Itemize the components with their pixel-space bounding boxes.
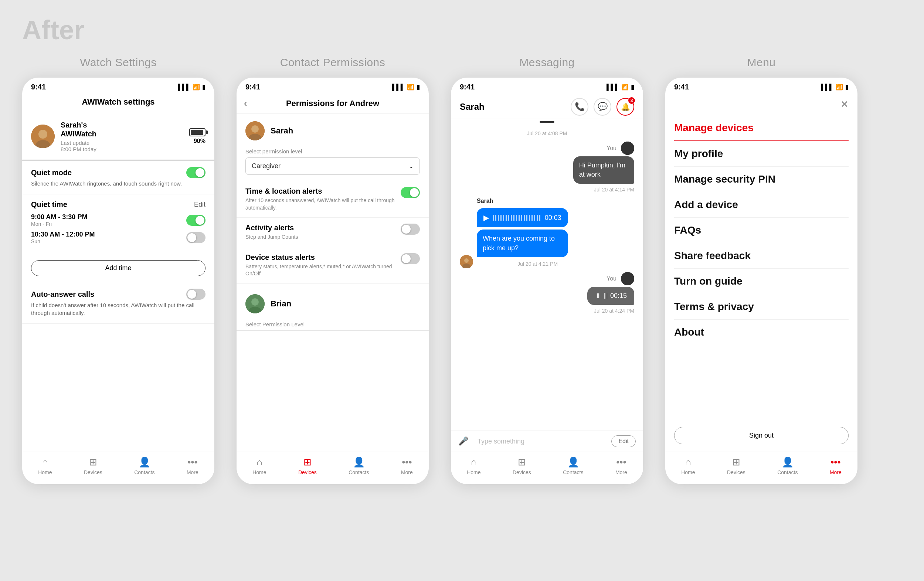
contacts-icon-2: 👤 bbox=[353, 456, 365, 468]
quiet-mode-title: Quiet mode bbox=[31, 168, 72, 177]
activity-alerts-toggle[interactable] bbox=[401, 224, 420, 235]
message-input[interactable]: Type something bbox=[477, 437, 607, 446]
device-status-desc: Battery status, temperature alerts,* mut… bbox=[246, 263, 396, 277]
more-icon-1: ••• bbox=[187, 456, 197, 468]
home-icon-4: ⌂ bbox=[685, 456, 691, 468]
nav-more-label-4: More bbox=[830, 469, 842, 475]
nav-more-3[interactable]: ••• More bbox=[615, 456, 627, 475]
mic-icon[interactable]: 🎤 bbox=[458, 436, 468, 446]
add-time-button[interactable]: Add time bbox=[31, 260, 206, 276]
time-slot-2-toggle[interactable] bbox=[186, 232, 206, 243]
time-slot-2: 10:30 AM - 12:00 PM Sun bbox=[31, 231, 206, 244]
screen-contact-permissions: Contact Permissions 9:41 ▌▌▌ 📶 ▮ ‹ Permi… bbox=[236, 56, 429, 484]
nav-contacts-2[interactable]: 👤 Contacts bbox=[348, 456, 369, 475]
activity-alerts-info: Activity alerts Step and Jump Counts bbox=[246, 224, 396, 241]
time-location-row: Time & location alerts After 10 seconds … bbox=[236, 181, 429, 218]
perm-level2-label: Select Permission Level bbox=[246, 321, 420, 327]
menu-item-manage-devices[interactable]: Manage devices bbox=[674, 115, 849, 141]
brian-avatar bbox=[246, 294, 265, 314]
toggle-knob-1 bbox=[196, 168, 205, 177]
time-slot-2-info: 10:30 AM - 12:00 PM Sun bbox=[31, 231, 95, 244]
audio-bubble-3[interactable]: ⏸ 00:15 bbox=[587, 287, 634, 305]
quiet-mode-toggle[interactable] bbox=[186, 167, 206, 178]
quiet-time-edit[interactable]: Edit bbox=[194, 201, 206, 208]
nav-devices-label-3: Devices bbox=[513, 469, 531, 475]
quiet-mode-desc: Silence the AWIWatch ringtones, and touc… bbox=[31, 180, 206, 187]
nav-contacts-1[interactable]: 👤 Contacts bbox=[134, 456, 155, 475]
audio-wave-1 bbox=[493, 215, 541, 221]
menu-item-terms-privacy[interactable]: Terms & privacy bbox=[674, 294, 849, 320]
you-avatar-2 bbox=[621, 272, 634, 286]
close-button[interactable]: ✕ bbox=[840, 99, 849, 110]
edit-button[interactable]: Edit bbox=[611, 436, 636, 447]
auto-answer-title: Auto-answer calls bbox=[31, 290, 94, 299]
menu-item-faqs[interactable]: FAQs bbox=[674, 218, 849, 243]
time-slot-1-toggle[interactable] bbox=[186, 215, 206, 226]
screen-label-4: Menu bbox=[747, 56, 776, 69]
status-time-3: 9:41 bbox=[460, 83, 475, 91]
nav-contacts-4[interactable]: 👤 Contacts bbox=[777, 456, 798, 475]
svg-point-11 bbox=[464, 258, 469, 263]
wifi-icon-2: 📶 bbox=[407, 84, 414, 91]
nav-more-label-1: More bbox=[186, 469, 198, 475]
screen-label-2: Contact Permissions bbox=[280, 56, 386, 69]
nav-home-1[interactable]: ⌂ Home bbox=[38, 456, 52, 475]
nav-more-4[interactable]: ••• More bbox=[830, 456, 842, 475]
toggle-knob-tl bbox=[410, 188, 419, 197]
nav-home-2[interactable]: ⌂ Home bbox=[252, 456, 266, 475]
menu-item-about[interactable]: About bbox=[674, 320, 849, 345]
time-location-info: Time & location alerts After 10 seconds … bbox=[246, 187, 396, 211]
quiet-time-label: Quiet time bbox=[31, 200, 67, 209]
sarah-avatar-1 bbox=[31, 125, 55, 148]
phone-call-button[interactable]: 📞 bbox=[571, 98, 588, 116]
battery-fill bbox=[191, 130, 203, 135]
nav-devices-1[interactable]: ⊞ Devices bbox=[84, 456, 102, 475]
time-slot-1-time: 9:00 AM - 3:30 PM bbox=[31, 213, 87, 221]
time-location-toggle[interactable] bbox=[401, 187, 420, 198]
time-location-title: Time & location alerts bbox=[246, 187, 396, 195]
signal-icon-2: ▌▌▌ bbox=[392, 84, 405, 91]
nav-home-3[interactable]: ⌂ Home bbox=[467, 456, 480, 475]
nav-devices-2[interactable]: ⊞ Devices bbox=[298, 456, 317, 475]
nav-devices-4[interactable]: ⊞ Devices bbox=[727, 456, 746, 475]
message-button[interactable]: 💬 bbox=[594, 98, 611, 116]
audio-bubble-2[interactable]: ▶ 00:03 bbox=[477, 208, 568, 227]
time-slot-1-days: Mon - Fri bbox=[31, 221, 87, 227]
svg-point-9 bbox=[621, 142, 634, 155]
auto-answer-toggle[interactable] bbox=[186, 289, 206, 300]
nav-home-4[interactable]: ⌂ Home bbox=[681, 456, 695, 475]
sarah-avatar-2 bbox=[246, 121, 265, 140]
perm-header: ‹ Permissions for Andrew bbox=[236, 94, 429, 114]
time-slot-2-days: Sun bbox=[31, 238, 95, 244]
notification-button[interactable]: 🔔 3 bbox=[617, 98, 634, 116]
nav-more-1[interactable]: ••• More bbox=[186, 456, 198, 475]
msg-bubble-2: When are you coming to pick me up? bbox=[477, 229, 568, 257]
perm-title: Permissions for Andrew bbox=[286, 99, 379, 108]
menu-item-security-pin[interactable]: Manage security PIN bbox=[674, 167, 849, 192]
battery-percent: 90% bbox=[194, 138, 206, 145]
menu-item-share-feedback[interactable]: Share feedback bbox=[674, 243, 849, 269]
activity-desc: Step and Jump Counts bbox=[246, 234, 396, 241]
battery-icon-3: ▮ bbox=[631, 84, 634, 91]
nav-devices-3[interactable]: ⊞ Devices bbox=[513, 456, 531, 475]
nav-more-2[interactable]: ••• More bbox=[401, 456, 413, 475]
permission-level-select[interactable]: Caregiver ⌄ bbox=[246, 157, 420, 175]
signal-icon-3: ▌▌▌ bbox=[607, 84, 619, 91]
menu-item-add-device[interactable]: Add a device bbox=[674, 192, 849, 218]
sign-out-button[interactable]: Sign out bbox=[674, 427, 849, 444]
quiet-time-header: Quiet time Edit bbox=[31, 200, 206, 209]
nav-contacts-label-4: Contacts bbox=[777, 469, 798, 475]
nav-contacts-3[interactable]: 👤 Contacts bbox=[563, 456, 583, 475]
msg-3-sender-label: You bbox=[607, 276, 617, 282]
device-status-toggle[interactable] bbox=[401, 253, 420, 264]
menu-item-my-profile[interactable]: My profile bbox=[674, 141, 849, 167]
msg-2-sender-label: Sarah bbox=[477, 198, 598, 205]
screens-container: Watch Settings 9:41 ▌▌▌ 📶 ▮ AWIWatch set… bbox=[22, 56, 902, 484]
input-divider bbox=[473, 436, 473, 446]
menu-item-turn-on-guide[interactable]: Turn on guide bbox=[674, 269, 849, 294]
back-button[interactable]: ‹ bbox=[244, 98, 247, 109]
screen-label-1: Watch Settings bbox=[80, 56, 157, 69]
devices-icon-3: ⊞ bbox=[518, 456, 526, 468]
messages-content: Jul 20 at 4:08 PM You Hi Pumpkin, I'm at… bbox=[451, 123, 643, 431]
msg-time-2: Jul 20 at 4:21 PM bbox=[477, 261, 598, 267]
